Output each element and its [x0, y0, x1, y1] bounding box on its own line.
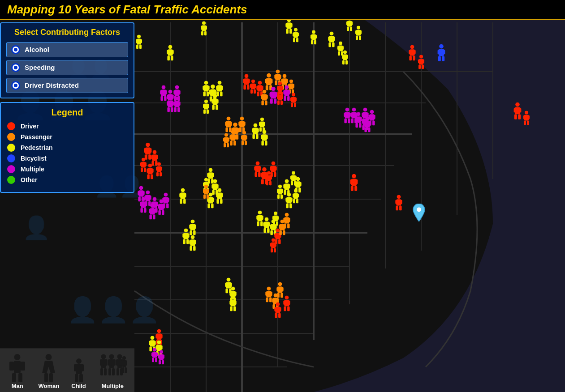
child-icon: [70, 358, 87, 383]
svg-rect-54: [116, 359, 120, 366]
map-marker-94[interactable]: [269, 239, 278, 254]
svg-rect-687: [278, 313, 280, 318]
svg-point-154: [525, 111, 528, 115]
map-marker-96[interactable]: [282, 213, 292, 230]
map-marker-45[interactable]: [360, 114, 370, 132]
map-marker-38[interactable]: [259, 89, 269, 107]
svg-point-652: [231, 286, 235, 290]
svg-point-412: [142, 158, 145, 162]
svg-rect-668: [266, 298, 268, 303]
map-marker-24[interactable]: [210, 94, 220, 111]
map-marker-36[interactable]: [289, 93, 298, 109]
filters-title: Select Contributing Factors: [6, 28, 128, 38]
svg-point-424: [157, 162, 161, 166]
map-marker-54[interactable]: [259, 130, 269, 147]
map-marker-12[interactable]: [417, 55, 426, 71]
svg-rect-104: [328, 43, 331, 47]
svg-rect-474: [179, 193, 182, 197]
svg-point-394: [352, 174, 356, 179]
map-marker-74[interactable]: [202, 185, 211, 200]
map-marker-72[interactable]: [215, 188, 224, 205]
svg-rect-288: [277, 95, 280, 99]
map-marker-13[interactable]: [436, 44, 447, 63]
legend-dot-other: [7, 176, 15, 184]
left-panel: Select Contributing Factors Alcohol Spee…: [0, 22, 134, 193]
map-marker-6[interactable]: [327, 31, 336, 49]
map-marker-67[interactable]: [161, 192, 171, 210]
filter-driver-distracted[interactable]: Driver Distracted: [6, 78, 128, 93]
svg-rect-150: [514, 108, 517, 113]
page-title: Mapping 10 Years of Fatal Traffic Accide…: [7, 3, 558, 17]
svg-rect-290: [277, 101, 280, 105]
svg-point-586: [184, 228, 188, 232]
svg-point-160: [162, 85, 166, 89]
map-marker-20[interactable]: [172, 96, 182, 114]
svg-rect-283: [294, 98, 297, 102]
filter-alcohol[interactable]: Alcohol: [6, 42, 128, 57]
svg-point-646: [227, 277, 231, 281]
svg-point-292: [263, 89, 267, 94]
map-marker-99[interactable]: [228, 295, 238, 313]
map-marker-68[interactable]: [178, 188, 188, 205]
svg-rect-216: [203, 104, 206, 108]
svg-rect-446: [140, 208, 142, 213]
svg-rect-276: [270, 92, 273, 97]
bg-figure: 👤: [22, 215, 50, 241]
map-marker-9[interactable]: [354, 26, 363, 42]
radio-driver-distracted: [11, 81, 20, 90]
map-marker-85[interactable]: [394, 195, 404, 212]
svg-rect-459: [153, 215, 155, 220]
svg-rect-157: [527, 115, 530, 119]
map-marker-104[interactable]: [282, 295, 292, 313]
map-marker-59[interactable]: [145, 163, 155, 181]
map-marker-78[interactable]: [264, 171, 273, 187]
svg-point-442: [142, 197, 146, 201]
svg-point-592: [191, 235, 195, 239]
legend-dot-bicyclist: [7, 154, 15, 162]
map-marker-5[interactable]: [309, 30, 318, 46]
svg-rect-378: [252, 128, 255, 132]
svg-rect-219: [207, 110, 209, 114]
map-marker-11[interactable]: [407, 45, 417, 62]
map-marker-65[interactable]: [147, 204, 157, 221]
map-marker-88[interactable]: [188, 235, 198, 252]
svg-point-418: [148, 163, 152, 167]
map-marker-55[interactable]: [349, 174, 359, 193]
map-marker-37[interactable]: [276, 91, 285, 107]
svg-rect-361: [233, 135, 237, 139]
map-marker-50[interactable]: [240, 131, 249, 147]
map-marker-109[interactable]: [157, 350, 166, 366]
map-marker-84[interactable]: [284, 192, 294, 210]
map-marker-25[interactable]: [202, 100, 211, 115]
map-container: 👤👤👤 👤 👤👤 👤👤 👤👤👤 Mapping 10 Years of Fata…: [0, 0, 565, 392]
svg-rect-355: [242, 121, 246, 126]
gender-man[interactable]: Man: [7, 354, 27, 389]
map-marker-0[interactable]: [134, 35, 143, 51]
svg-rect-481: [211, 173, 214, 177]
map-marker-60[interactable]: [155, 162, 164, 178]
svg-rect-218: [203, 110, 206, 114]
map-marker-51[interactable]: [222, 133, 231, 149]
svg-rect-91: [296, 33, 299, 37]
legend-item-passenger: Passenger: [7, 133, 127, 141]
filter-speeding[interactable]: Speeding: [6, 60, 128, 75]
svg-rect-44: [100, 368, 103, 375]
filter-label-driver-distracted: Driver Distracted: [25, 81, 79, 89]
legend-item-multiple: Multiple: [7, 165, 127, 173]
svg-rect-633: [274, 248, 276, 253]
map-marker-15[interactable]: [522, 111, 531, 127]
svg-point-208: [213, 94, 217, 98]
map-marker-103[interactable]: [273, 302, 283, 320]
map-marker-4[interactable]: [291, 28, 300, 44]
map-marker-8[interactable]: [341, 51, 349, 66]
svg-rect-606: [263, 222, 266, 226]
svg-rect-49: [112, 359, 116, 366]
gender-woman[interactable]: Woman: [38, 354, 59, 389]
gender-multiple[interactable]: Multiple: [98, 354, 127, 389]
map-marker-1[interactable]: [165, 45, 175, 62]
gender-child[interactable]: Child: [70, 358, 87, 389]
map-marker-63[interactable]: [138, 197, 148, 214]
map-marker-14[interactable]: [512, 102, 523, 121]
map-marker-2[interactable]: [199, 21, 208, 37]
svg-rect-638: [279, 230, 281, 235]
